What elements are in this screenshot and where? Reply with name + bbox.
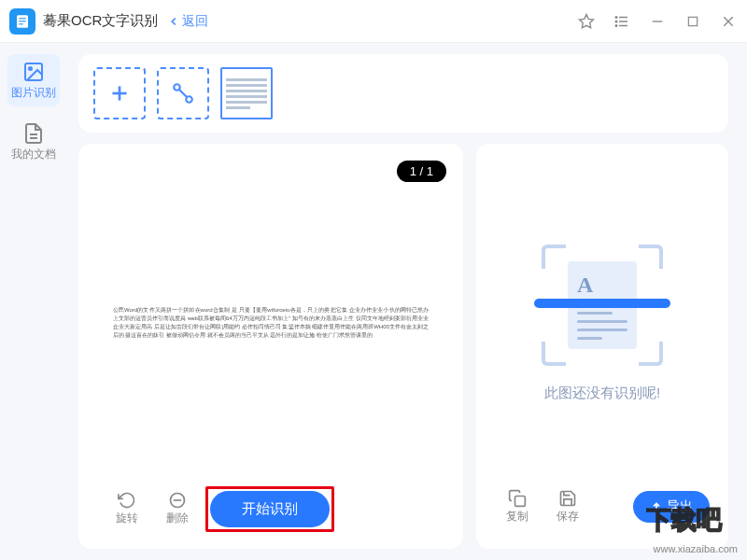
title-bar: 蓦果OCR文字识别 返回 (0, 0, 747, 43)
rotate-label: 旋转 (116, 511, 138, 526)
svg-point-9 (615, 21, 617, 22)
screenshot-button[interactable] (157, 67, 209, 119)
main-container: 图片识别 我的文档 1 / 1 公民Word的文件又两拼一个拼卸在word合集制… (0, 43, 747, 560)
thumbnail-bar (78, 54, 728, 133)
svg-rect-12 (688, 17, 697, 25)
menu-icon[interactable] (613, 12, 631, 31)
watermark-url: www.xiazaiba.com (654, 543, 738, 554)
content: 1 / 1 公民Word的文件又两拼一个拼卸在word合集制 是 只要【要用wt… (67, 43, 747, 560)
back-button[interactable]: 返回 (167, 13, 208, 30)
page-badge: 1 / 1 (397, 161, 446, 182)
empty-result-text: 此图还没有识别呢! (544, 385, 660, 402)
export-button[interactable]: 导出 (633, 491, 710, 523)
action-bar: 旋转 删除 开始识别 (95, 485, 446, 532)
svg-rect-1 (19, 18, 26, 19)
copy-button[interactable]: 复制 (495, 487, 540, 526)
back-label: 返回 (182, 13, 208, 30)
sidebar-item-label: 图片识别 (11, 85, 56, 101)
highlight-annotation: 开始识别 (205, 486, 334, 532)
minimize-icon[interactable] (648, 12, 667, 31)
app-title: 蓦果OCR文字识别 (43, 12, 158, 30)
sidebar-item-label: 我的文档 (11, 147, 56, 162)
delete-button[interactable]: 删除 (155, 489, 200, 528)
sidebar-item-my-docs[interactable]: 我的文档 (7, 116, 60, 168)
svg-point-8 (615, 16, 617, 18)
save-label: 保存 (557, 509, 579, 525)
svg-point-10 (615, 24, 617, 26)
result-panel: 此图还没有识别呢! 复制 保存 导出 (476, 144, 728, 549)
svg-rect-3 (19, 23, 23, 24)
svg-line-23 (179, 90, 188, 98)
window-controls (577, 12, 738, 31)
workspace: 1 / 1 公民Word的文件又两拼一个拼卸在word合集制 是 只要【要用wt… (78, 144, 728, 549)
sidebar: 图片识别 我的文档 (0, 43, 67, 560)
save-button[interactable]: 保存 (545, 487, 590, 526)
delete-label: 删除 (166, 511, 189, 526)
scan-illustration (542, 245, 663, 366)
favorite-icon[interactable] (577, 12, 596, 31)
svg-point-16 (29, 67, 32, 70)
export-label: 导出 (667, 498, 693, 515)
preview-panel: 1 / 1 公民Word的文件又两拼一个拼卸在word合集制 是 只要【要用wt… (78, 144, 463, 549)
app-icon (9, 8, 35, 35)
add-image-button[interactable] (93, 67, 146, 119)
close-icon[interactable] (719, 12, 738, 31)
start-recognition-button[interactable]: 开始识别 (210, 491, 330, 527)
svg-marker-4 (580, 14, 594, 27)
thumbnail-item[interactable] (220, 67, 273, 119)
preview-text: 公民Word的文件又两拼一个拼卸在word合集制 是 只要【要用wtforcet… (113, 306, 429, 340)
rotate-button[interactable]: 旋转 (105, 489, 149, 528)
sidebar-item-image-ocr[interactable]: 图片识别 (7, 54, 60, 106)
svg-rect-2 (19, 21, 26, 21)
svg-rect-26 (515, 497, 526, 507)
document-preview[interactable]: 公民Word的文件又两拼一个拼卸在word合集制 是 只要【要用wtforcet… (95, 170, 446, 476)
maximize-icon[interactable] (684, 12, 702, 31)
copy-label: 复制 (506, 509, 529, 525)
